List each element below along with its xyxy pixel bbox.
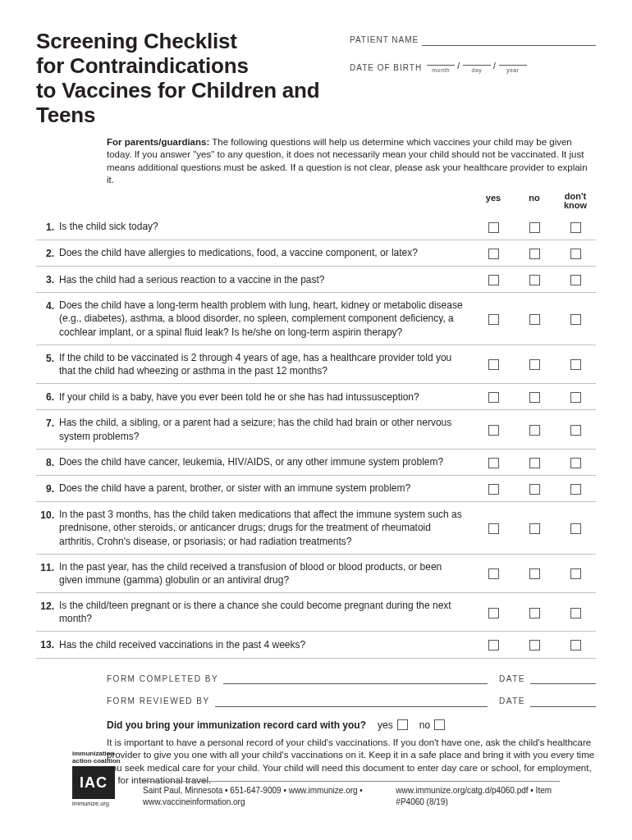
org-site: immunize.org: [72, 801, 131, 807]
dob-year-hint: year: [506, 66, 520, 74]
intro-bold: For parents/guardians:: [107, 137, 209, 147]
question-row: 2.Does the child have allergies to medic…: [36, 240, 596, 267]
checkbox-yes[interactable]: [488, 392, 499, 403]
question-row: 1.Is the child sick today?: [36, 214, 596, 240]
checkbox-no[interactable]: [529, 359, 540, 370]
question-text: Does the child have a parent, brother, o…: [59, 482, 473, 495]
checkbox-yes[interactable]: [488, 425, 499, 436]
question-row: 5.If the child to be vaccinated is 2 thr…: [36, 345, 596, 384]
question-text: Is the child/teen pregnant or is there a…: [59, 599, 473, 625]
question-text: In the past 3 months, has the child take…: [59, 508, 473, 548]
question-number: 7.: [36, 416, 59, 430]
reviewed-date-input[interactable]: [530, 699, 596, 707]
question-text: If your child is a baby, have you ever b…: [59, 390, 473, 404]
completed-date-input[interactable]: [530, 676, 596, 684]
checkbox-dont-know[interactable]: [570, 608, 581, 619]
checkbox-dont-know[interactable]: [570, 222, 581, 233]
checkbox-yes[interactable]: [488, 314, 499, 325]
checkbox-no[interactable]: [529, 392, 540, 403]
checkbox-yes[interactable]: [488, 523, 499, 534]
title-line-2: for Contraindications: [36, 53, 249, 78]
checkbox-yes[interactable]: [488, 249, 499, 259]
question-text: In the past year, has the child received…: [59, 560, 473, 587]
checkbox-dont-know[interactable]: [570, 458, 581, 468]
question-text: Is the child sick today?: [59, 220, 473, 233]
checkbox-no[interactable]: [529, 275, 540, 285]
patient-name-input[interactable]: [422, 38, 596, 46]
question-text: Has the child received vaccinations in t…: [59, 638, 473, 651]
record-yes-checkbox[interactable]: [397, 719, 408, 730]
reviewed-by-input[interactable]: [215, 699, 488, 707]
checkbox-dont-know[interactable]: [570, 392, 581, 403]
question-number: 4.: [36, 299, 59, 313]
question-row: 11.In the past year, has the child recei…: [36, 555, 596, 593]
dob-month-input[interactable]: [427, 57, 455, 66]
checkbox-no[interactable]: [529, 222, 540, 233]
checkbox-dont-know[interactable]: [570, 249, 581, 259]
record-question: Did you bring your immunization record c…: [107, 719, 366, 732]
reviewed-date-label: DATE: [499, 696, 525, 707]
question-number: 8.: [36, 455, 59, 469]
checkbox-no[interactable]: [529, 568, 540, 579]
question-number: 10.: [36, 508, 59, 522]
checkbox-dont-know[interactable]: [570, 314, 581, 325]
question-row: 10.In the past 3 months, has the child t…: [36, 502, 596, 555]
checkbox-no[interactable]: [529, 523, 540, 534]
column-header-yes: yes: [473, 192, 514, 211]
checkbox-dont-know[interactable]: [570, 568, 581, 579]
checkbox-yes[interactable]: [488, 484, 499, 495]
dob-day-input[interactable]: [463, 57, 491, 66]
checkbox-yes[interactable]: [488, 359, 499, 370]
checkbox-yes[interactable]: [488, 458, 499, 468]
dob-day-hint: day: [472, 66, 483, 74]
checkbox-dont-know[interactable]: [570, 359, 581, 370]
checkbox-yes[interactable]: [488, 275, 499, 285]
checkbox-no[interactable]: [529, 425, 540, 436]
checkbox-yes[interactable]: [488, 640, 499, 651]
dob-month-hint: month: [432, 66, 450, 74]
checkbox-yes[interactable]: [488, 568, 499, 579]
org-logo-block: immunization action coalition IAC immuni…: [72, 751, 131, 807]
page-title: Screening Checklist for Contraindication…: [36, 30, 330, 128]
checkbox-dont-know[interactable]: [570, 275, 581, 285]
title-line-1: Screening Checklist: [36, 29, 237, 53]
question-number: 12.: [36, 599, 59, 613]
question-number: 5.: [36, 351, 59, 365]
checkbox-yes[interactable]: [488, 222, 499, 233]
checkbox-dont-know[interactable]: [570, 640, 581, 651]
checkbox-dont-know[interactable]: [570, 425, 581, 436]
question-number: 13.: [36, 637, 59, 651]
question-text: Does the child have allergies to medicat…: [59, 246, 473, 259]
org-logo: IAC: [72, 766, 115, 799]
checkbox-no[interactable]: [529, 458, 540, 468]
checkbox-no[interactable]: [529, 484, 540, 495]
checkbox-no[interactable]: [529, 608, 540, 619]
question-row: 7.Has the child, a sibling, or a parent …: [36, 410, 596, 449]
question-number: 11.: [36, 560, 59, 574]
title-line-3: to Vaccines for Children and Teens: [36, 78, 319, 127]
question-list: 1.Is the child sick today?2.Does the chi…: [36, 214, 596, 659]
reviewed-by-label: FORM REVIEWED BY: [107, 696, 210, 707]
record-no-label: no: [419, 719, 430, 732]
checkbox-dont-know[interactable]: [570, 484, 581, 495]
checkbox-yes[interactable]: [488, 608, 499, 619]
question-number: 6.: [36, 390, 59, 404]
question-row: 12.Is the child/teen pregnant or is ther…: [36, 593, 596, 632]
completed-by-label: FORM COMPLETED BY: [107, 673, 218, 685]
dob-year-input[interactable]: [499, 57, 527, 66]
question-row: 3.Has the child had a serious reaction t…: [36, 267, 596, 293]
checkbox-no[interactable]: [529, 249, 540, 259]
question-row: 6.If your child is a baby, have you ever…: [36, 384, 596, 410]
question-row: 4.Does the child have a long-term health…: [36, 293, 596, 345]
column-header-dont-know: don't know: [555, 192, 596, 211]
record-no-checkbox[interactable]: [434, 719, 445, 730]
question-row: 9.Does the child have a parent, brother,…: [36, 476, 596, 502]
question-number: 2.: [36, 246, 59, 260]
question-number: 3.: [36, 272, 59, 286]
checkbox-dont-know[interactable]: [570, 523, 581, 534]
checkbox-no[interactable]: [529, 640, 540, 651]
completed-by-input[interactable]: [223, 676, 488, 684]
checkbox-no[interactable]: [529, 314, 540, 325]
question-row: 8.Does the child have cancer, leukemia, …: [36, 450, 596, 476]
question-text: Does the child have cancer, leukemia, HI…: [59, 455, 473, 468]
